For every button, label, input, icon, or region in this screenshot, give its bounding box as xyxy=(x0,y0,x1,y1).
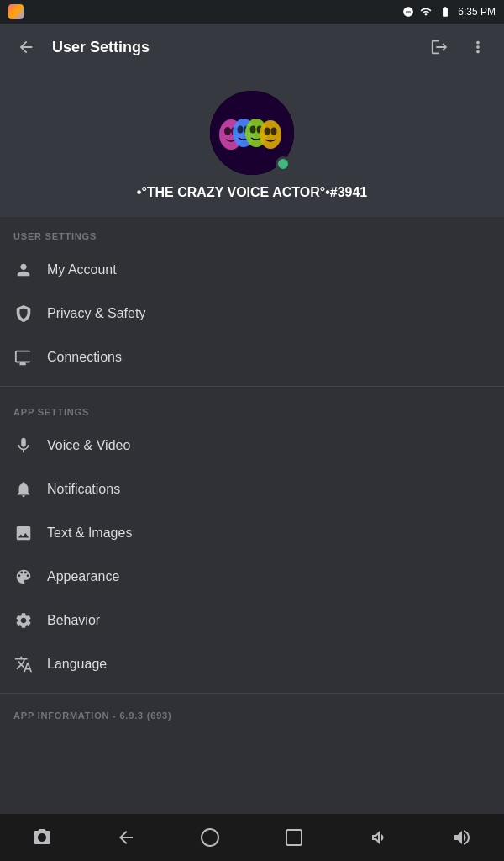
app-icon xyxy=(8,4,24,19)
svg-point-11 xyxy=(260,120,281,149)
square-nav-button[interactable] xyxy=(270,821,318,854)
volume-nav-icon xyxy=(368,827,388,848)
my-account-label: My Account xyxy=(47,262,117,277)
svg-point-14 xyxy=(202,829,218,846)
home-nav-button[interactable] xyxy=(186,821,234,854)
volume-up-nav-icon xyxy=(452,827,472,848)
settings-item-appearance[interactable]: Appearance xyxy=(0,555,504,599)
palette-icon xyxy=(13,567,34,587)
privacy-safety-label: Privacy & Safety xyxy=(47,306,145,321)
shield-icon xyxy=(13,304,34,324)
avatar-container xyxy=(210,91,294,175)
language-label: Language xyxy=(47,657,107,672)
behavior-label: Behavior xyxy=(47,613,100,628)
camera-nav-icon xyxy=(32,827,52,848)
logout-icon xyxy=(430,38,449,56)
do-not-disturb-icon xyxy=(402,6,414,18)
top-bar-right xyxy=(427,34,491,60)
app-settings-header: APP SETTINGS xyxy=(0,394,504,424)
camera-nav-button[interactable] xyxy=(18,821,66,854)
settings-item-behavior[interactable]: Behavior xyxy=(0,599,504,642)
more-button[interactable] xyxy=(465,34,491,60)
home-nav-icon xyxy=(200,827,220,848)
profile-section: •°THE CRAZY VOICE ACTOR°•#3941 xyxy=(0,71,504,218)
time-display: 6:35 PM xyxy=(458,6,496,18)
status-indicators: 6:35 PM xyxy=(402,6,496,18)
svg-point-6 xyxy=(238,126,244,134)
status-bar: 6:35 PM xyxy=(0,0,504,24)
svg-point-3 xyxy=(224,127,231,135)
top-bar-left: User Settings xyxy=(13,34,150,60)
settings-content: USER SETTINGS My Account Privacy & Safet… xyxy=(0,218,504,727)
more-icon xyxy=(469,38,487,56)
person-icon xyxy=(13,260,34,280)
mic-icon xyxy=(13,436,34,456)
username-display: •°THE CRAZY VOICE ACTOR°•#3941 xyxy=(137,185,367,200)
translate-icon xyxy=(13,654,34,674)
voice-video-label: Voice & Video xyxy=(47,438,130,453)
notifications-label: Notifications xyxy=(47,482,120,497)
bell-icon xyxy=(13,479,34,499)
gear-icon xyxy=(13,610,34,631)
svg-point-9 xyxy=(250,126,256,134)
square-nav-icon xyxy=(284,827,304,848)
connections-label: Connections xyxy=(47,350,122,365)
svg-point-12 xyxy=(265,128,270,135)
settings-item-voice-video[interactable]: Voice & Video xyxy=(0,424,504,467)
logout-button[interactable] xyxy=(427,34,452,60)
battery-icon xyxy=(438,6,453,18)
image-icon xyxy=(13,523,34,543)
settings-item-privacy-safety[interactable]: Privacy & Safety xyxy=(0,292,504,335)
monitor-icon xyxy=(13,347,34,367)
settings-item-text-images[interactable]: Text & Images xyxy=(0,511,504,555)
top-bar: User Settings xyxy=(0,24,504,71)
settings-item-language[interactable]: Language xyxy=(0,642,504,686)
back-nav-button[interactable] xyxy=(102,821,150,854)
svg-point-13 xyxy=(271,128,277,135)
volume-nav-button[interactable] xyxy=(354,821,402,854)
settings-item-my-account[interactable]: My Account xyxy=(0,248,504,292)
page-title: User Settings xyxy=(52,39,150,56)
section-divider-2 xyxy=(0,693,504,694)
back-nav-icon xyxy=(116,827,136,848)
user-settings-header: USER SETTINGS xyxy=(0,218,504,248)
back-icon xyxy=(17,38,35,56)
online-status-dot xyxy=(276,156,291,172)
wifi-icon xyxy=(419,6,433,18)
section-divider-1 xyxy=(0,386,504,387)
back-button[interactable] xyxy=(13,34,39,60)
volume-up-nav-button[interactable] xyxy=(438,821,486,854)
appearance-label: Appearance xyxy=(47,569,119,584)
settings-item-connections[interactable]: Connections xyxy=(0,335,504,379)
settings-item-notifications[interactable]: Notifications xyxy=(0,467,504,511)
app-info-footer: APP INFORMATION - 6.9.3 (693) xyxy=(0,700,504,727)
app-icon-area xyxy=(8,4,24,19)
text-images-label: Text & Images xyxy=(47,526,132,541)
svg-rect-15 xyxy=(286,830,302,845)
bottom-nav xyxy=(0,814,504,861)
